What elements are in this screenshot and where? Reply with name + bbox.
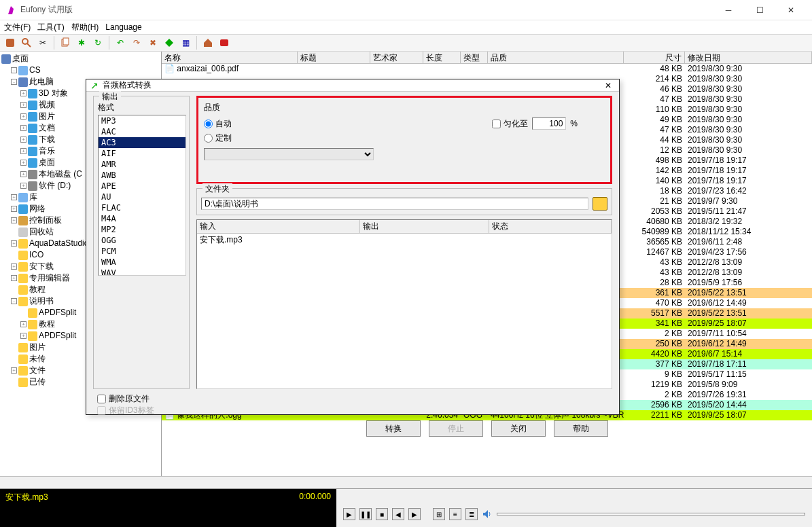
format-item[interactable]: AIF [99, 148, 186, 159]
book-icon[interactable] [217, 35, 232, 50]
search-icon[interactable] [19, 35, 34, 50]
tool-icon-1[interactable]: ✖ [145, 35, 160, 50]
equalize-unit: % [570, 119, 578, 128]
svg-line-2 [27, 43, 31, 47]
col-length[interactable]: 长度 [423, 52, 461, 63]
menu-file[interactable]: 文件(F) [4, 22, 31, 33]
format-item[interactable]: OGG [99, 235, 186, 246]
refresh-icon[interactable]: ↻ [90, 35, 105, 50]
format-item[interactable]: AWB [99, 170, 186, 181]
prev-button[interactable]: ◀ [392, 508, 404, 520]
stop-button: 停止 [429, 420, 483, 437]
format-item[interactable]: WAV [99, 268, 186, 276]
format-item[interactable]: AC3 [99, 137, 186, 148]
quality-label: 品质 [204, 102, 605, 113]
col-artist[interactable]: 艺术家 [370, 52, 423, 63]
player-btn-1[interactable]: ⊞ [433, 508, 445, 520]
dialog-title: 音频格式转换 [103, 79, 601, 91]
help-button[interactable]: 帮助 [554, 420, 608, 437]
window-title: Eufony 试用版 [20, 4, 713, 16]
separator [109, 36, 109, 50]
menu-help[interactable]: 帮助(H) [71, 22, 99, 33]
col-title[interactable]: 标题 [298, 52, 370, 63]
io-col-input[interactable]: 输入 [197, 220, 360, 233]
tool-icon-2[interactable] [162, 35, 177, 50]
player-btn-3[interactable]: ≣ [465, 508, 478, 520]
player-display: 安下载.mp30:00.000 MP30:30.066 [0, 489, 336, 527]
format-label: 格式 [98, 102, 185, 113]
stop-button[interactable]: ■ [376, 508, 388, 520]
list-header: 名称 标题 艺术家 长度 类型 品质 尺寸 修改日期 [162, 52, 812, 64]
copy-icon[interactable] [58, 35, 73, 50]
format-item[interactable]: MP3 [99, 115, 186, 126]
svg-rect-0 [6, 39, 14, 47]
col-type[interactable]: 类型 [461, 52, 488, 63]
maximize-button[interactable]: ☐ [744, 0, 775, 20]
tool-icon-3[interactable]: ▦ [178, 35, 193, 50]
col-name[interactable]: 名称 [162, 52, 298, 63]
folder-group-label: 文件夹 [202, 183, 232, 195]
undo-icon[interactable]: ↶ [113, 35, 128, 50]
format-item[interactable]: APE [99, 181, 186, 192]
col-size[interactable]: 尺寸 [624, 52, 685, 63]
tree-item[interactable]: -CS [1, 65, 160, 76]
col-date[interactable]: 修改日期 [685, 52, 812, 63]
format-item[interactable]: WMA [99, 257, 186, 268]
quality-auto-radio[interactable]: 自动 [204, 118, 232, 130]
redo-icon[interactable]: ↷ [129, 35, 144, 50]
keep-id3-checkbox: 保留ID3标签 [97, 405, 608, 416]
toolbar: ✂ ✱ ↻ ↶ ↷ ✖ ▦ [0, 34, 812, 52]
player-btn-2[interactable]: ≡ [449, 508, 461, 520]
format-item[interactable]: M4A [99, 213, 186, 224]
menubar: 文件(F) 工具(T) 帮助(H) Language [0, 20, 812, 34]
close-button[interactable]: 关闭 [491, 420, 546, 437]
svg-rect-5 [220, 39, 228, 46]
player-file: 安下载.mp3 [5, 492, 48, 503]
output-group-label: 输出 [99, 91, 121, 103]
io-col-output[interactable]: 输出 [360, 220, 489, 233]
speaker-icon[interactable] [482, 509, 493, 520]
next-button[interactable]: ▶ [408, 508, 421, 520]
app-icon [5, 5, 16, 16]
cut-icon[interactable]: ✂ [35, 35, 50, 50]
format-list[interactable]: MP3AACAC3AIFAMRAWBAPEAUFLACM4AMP2OGGPCMW… [98, 115, 186, 276]
format-item[interactable]: AMR [99, 159, 186, 170]
format-item[interactable]: AU [99, 192, 186, 202]
minimize-button[interactable]: ─ [713, 0, 744, 20]
io-row[interactable]: 安下载.mp3 [197, 234, 612, 247]
pause-button[interactable]: ❚❚ [359, 508, 372, 520]
equalize-checkbox[interactable]: 匀化至 [492, 118, 528, 130]
folder-input[interactable] [201, 198, 588, 210]
format-item[interactable]: FLAC [99, 202, 186, 213]
convert-button[interactable]: 转换 [366, 420, 421, 437]
table-row[interactable]: 📄 anxaizai_006.pdf 48 KB2019/8/30 9:30 [162, 64, 812, 74]
format-item[interactable]: PCM [99, 246, 186, 257]
browse-folder-button[interactable] [593, 197, 607, 211]
svg-rect-4 [63, 38, 69, 45]
menu-language[interactable]: Language [105, 22, 141, 32]
col-quality[interactable]: 品质 [488, 52, 624, 63]
audio-convert-dialog: ↗ 音频格式转换 ✕ 输出 格式 MP3AACAC3AIFAMRAWBAPEAU… [86, 79, 620, 415]
statusbar [0, 476, 812, 488]
dialog-close-button[interactable]: ✕ [601, 81, 615, 90]
tree-root[interactable]: 桌面 [12, 54, 29, 64]
format-item[interactable]: AAC [99, 126, 186, 137]
menu-tools[interactable]: 工具(T) [37, 22, 64, 33]
paste-icon[interactable]: ✱ [74, 35, 89, 50]
conversion-table[interactable]: 输入 输出 状态 安下载.mp3 [196, 219, 612, 389]
titlebar: Eufony 试用版 ─ ☐ ✕ [0, 0, 812, 20]
io-col-status[interactable]: 状态 [489, 220, 612, 233]
home-icon[interactable] [200, 35, 215, 50]
play-button[interactable]: ▶ [343, 508, 355, 520]
close-button[interactable]: ✕ [775, 0, 807, 20]
quality-select[interactable] [204, 148, 374, 160]
format-item[interactable]: MP2 [99, 224, 186, 235]
svg-point-1 [22, 39, 28, 44]
player-panel: 安下载.mp30:00.000 MP30:30.066 ▶ ❚❚ ■ ◀ ▶ ⊞… [0, 488, 812, 527]
quality-custom-radio[interactable]: 定制 [204, 132, 605, 144]
toolbar-btn-1[interactable] [3, 35, 18, 50]
player-time-1: 0:00.000 [299, 492, 331, 503]
delete-original-checkbox[interactable]: 删除原文件 [97, 393, 608, 405]
volume-slider[interactable] [497, 513, 805, 515]
equalize-input[interactable] [532, 117, 566, 130]
